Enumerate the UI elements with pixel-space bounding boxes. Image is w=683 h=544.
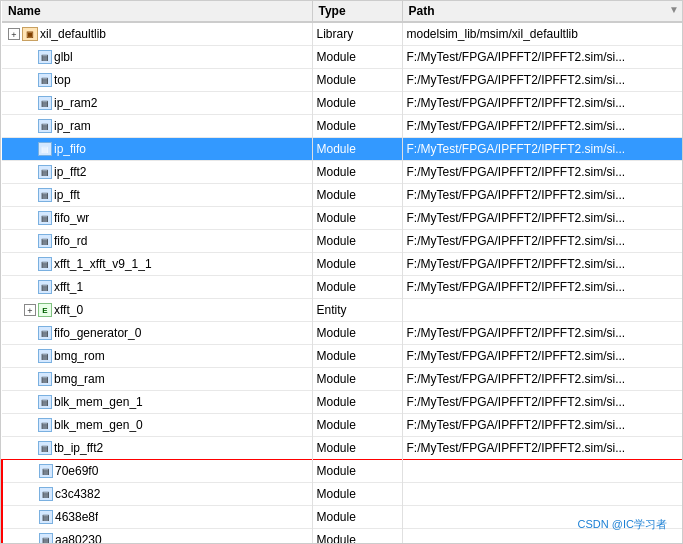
file-icon: ▤ xyxy=(38,73,52,87)
type-cell: Module xyxy=(312,276,402,299)
path-cell: F:/MyTest/FPGA/IPFFT2/IPFFT2.sim/si... xyxy=(402,391,683,414)
type-cell: Entity xyxy=(312,299,402,322)
path-cell: F:/MyTest/FPGA/IPFFT2/IPFFT2.sim/si... xyxy=(402,184,683,207)
header-type[interactable]: Type xyxy=(312,1,402,22)
table-row[interactable]: ▤topModuleF:/MyTest/FPGA/IPFFT2/IPFFT2.s… xyxy=(2,69,683,92)
row-name-label: c3c4382 xyxy=(55,485,100,503)
expand-icon[interactable]: + xyxy=(8,28,20,40)
name-cell: ▤bmg_ram xyxy=(2,368,312,391)
path-cell: F:/MyTest/FPGA/IPFFT2/IPFFT2.sim/si... xyxy=(402,414,683,437)
type-cell: Module xyxy=(312,368,402,391)
name-cell: ▤fifo_generator_0 xyxy=(2,322,312,345)
name-cell: ▤xfft_1_xfft_v9_1_1 xyxy=(2,253,312,276)
table-row[interactable]: ▤fifo_wrModuleF:/MyTest/FPGA/IPFFT2/IPFF… xyxy=(2,207,683,230)
table-row[interactable]: ▤bmg_romModuleF:/MyTest/FPGA/IPFFT2/IPFF… xyxy=(2,345,683,368)
row-name-label: glbl xyxy=(54,48,73,66)
row-name-label: blk_mem_gen_1 xyxy=(54,393,143,411)
table-row[interactable]: ▤glblModuleF:/MyTest/FPGA/IPFFT2/IPFFT2.… xyxy=(2,46,683,69)
table-row[interactable]: ▤4638e8fModule xyxy=(2,506,683,529)
library-table[interactable]: Name Type Path ▼ +▣xil_defaultlibLibrary… xyxy=(0,0,683,544)
table-row[interactable]: ▤bmg_ramModuleF:/MyTest/FPGA/IPFFT2/IPFF… xyxy=(2,368,683,391)
path-cell xyxy=(402,483,683,506)
path-cell: F:/MyTest/FPGA/IPFFT2/IPFFT2.sim/si... xyxy=(402,437,683,460)
name-cell: ▤70e69f0 xyxy=(2,460,312,483)
table-row[interactable]: +Exfft_0Entity xyxy=(2,299,683,322)
type-cell: Module xyxy=(312,230,402,253)
type-cell: Module xyxy=(312,529,402,545)
table-row[interactable]: ▤ip_fftModuleF:/MyTest/FPGA/IPFFT2/IPFFT… xyxy=(2,184,683,207)
table-row[interactable]: ▤ip_ramModuleF:/MyTest/FPGA/IPFFT2/IPFFT… xyxy=(2,115,683,138)
name-cell: ▤tb_ip_fft2 xyxy=(2,437,312,460)
table-row[interactable]: ▤70e69f0Module xyxy=(2,460,683,483)
table-row[interactable]: ▤ip_fft2ModuleF:/MyTest/FPGA/IPFFT2/IPFF… xyxy=(2,161,683,184)
type-cell: Library xyxy=(312,22,402,46)
type-cell: Module xyxy=(312,460,402,483)
header-name[interactable]: Name xyxy=(2,1,312,22)
file-icon: ▤ xyxy=(39,533,53,544)
type-cell: Module xyxy=(312,437,402,460)
path-cell: F:/MyTest/FPGA/IPFFT2/IPFFT2.sim/si... xyxy=(402,46,683,69)
name-cell: ▤glbl xyxy=(2,46,312,69)
table-row[interactable]: ▤xfft_1ModuleF:/MyTest/FPGA/IPFFT2/IPFFT… xyxy=(2,276,683,299)
name-cell: ▤fifo_wr xyxy=(2,207,312,230)
table-row[interactable]: +▣xil_defaultlibLibrarymodelsim_lib/msim… xyxy=(2,22,683,46)
name-cell: ▤top xyxy=(2,69,312,92)
path-cell: F:/MyTest/FPGA/IPFFT2/IPFFT2.sim/si... xyxy=(402,253,683,276)
table-row[interactable]: ▤tb_ip_fft2ModuleF:/MyTest/FPGA/IPFFT2/I… xyxy=(2,437,683,460)
file-icon: ▤ xyxy=(38,349,52,363)
name-cell: ▤bmg_rom xyxy=(2,345,312,368)
row-name-label: ip_ram xyxy=(54,117,91,135)
type-cell: Module xyxy=(312,345,402,368)
type-cell: Module xyxy=(312,138,402,161)
table-header: Name Type Path ▼ xyxy=(2,1,683,22)
row-name-label: blk_mem_gen_0 xyxy=(54,416,143,434)
type-cell: Module xyxy=(312,483,402,506)
file-icon: ▤ xyxy=(39,487,53,501)
name-cell: ▤ip_fft2 xyxy=(2,161,312,184)
row-name-label: tb_ip_fft2 xyxy=(54,439,103,457)
row-name-label: aa80230 xyxy=(55,531,102,544)
row-name-label: 70e69f0 xyxy=(55,462,98,480)
file-icon: ▤ xyxy=(38,96,52,110)
row-name-label: fifo_rd xyxy=(54,232,87,250)
table-row[interactable]: ▤ip_ram2ModuleF:/MyTest/FPGA/IPFFT2/IPFF… xyxy=(2,92,683,115)
row-name-label: 4638e8f xyxy=(55,508,98,526)
row-name-label: ip_fft xyxy=(54,186,80,204)
name-cell: ▤ip_fifo xyxy=(2,138,312,161)
table-row[interactable]: ▤blk_mem_gen_1ModuleF:/MyTest/FPGA/IPFFT… xyxy=(2,391,683,414)
path-cell: F:/MyTest/FPGA/IPFFT2/IPFFT2.sim/si... xyxy=(402,115,683,138)
path-cell: F:/MyTest/FPGA/IPFFT2/IPFFT2.sim/si... xyxy=(402,368,683,391)
path-cell: F:/MyTest/FPGA/IPFFT2/IPFFT2.sim/si... xyxy=(402,276,683,299)
file-icon: ▤ xyxy=(39,510,53,524)
name-cell: +Exfft_0 xyxy=(2,299,312,322)
type-cell: Module xyxy=(312,92,402,115)
row-name-label: xfft_1 xyxy=(54,278,83,296)
path-cell: F:/MyTest/FPGA/IPFFT2/IPFFT2.sim/si... xyxy=(402,69,683,92)
type-cell: Module xyxy=(312,253,402,276)
type-cell: Module xyxy=(312,391,402,414)
row-name-label: fifo_generator_0 xyxy=(54,324,141,342)
table-row[interactable]: ▤xfft_1_xfft_v9_1_1ModuleF:/MyTest/FPGA/… xyxy=(2,253,683,276)
table-row[interactable]: ▤aa80230Module xyxy=(2,529,683,545)
type-cell: Module xyxy=(312,207,402,230)
expand-icon[interactable]: + xyxy=(24,304,36,316)
file-icon: ▤ xyxy=(38,418,52,432)
table-row[interactable]: ▤fifo_rdModuleF:/MyTest/FPGA/IPFFT2/IPFF… xyxy=(2,230,683,253)
type-cell: Module xyxy=(312,115,402,138)
path-cell: F:/MyTest/FPGA/IPFFT2/IPFFT2.sim/si... xyxy=(402,230,683,253)
file-icon: ▤ xyxy=(38,142,52,156)
name-cell: ▤c3c4382 xyxy=(2,483,312,506)
name-cell: ▤ip_ram xyxy=(2,115,312,138)
table-row[interactable]: ▤blk_mem_gen_0ModuleF:/MyTest/FPGA/IPFFT… xyxy=(2,414,683,437)
header-path[interactable]: Path ▼ xyxy=(402,1,683,22)
table-row[interactable]: ▤c3c4382Module xyxy=(2,483,683,506)
file-icon: ▤ xyxy=(38,441,52,455)
name-cell: ▤blk_mem_gen_1 xyxy=(2,391,312,414)
table-row[interactable]: ▤ip_fifoModuleF:/MyTest/FPGA/IPFFT2/IPFF… xyxy=(2,138,683,161)
row-name-label: ip_fft2 xyxy=(54,163,86,181)
row-name-label: ip_ram2 xyxy=(54,94,97,112)
file-icon: ▤ xyxy=(39,464,53,478)
path-cell xyxy=(402,506,683,529)
type-cell: Module xyxy=(312,46,402,69)
table-row[interactable]: ▤fifo_generator_0ModuleF:/MyTest/FPGA/IP… xyxy=(2,322,683,345)
